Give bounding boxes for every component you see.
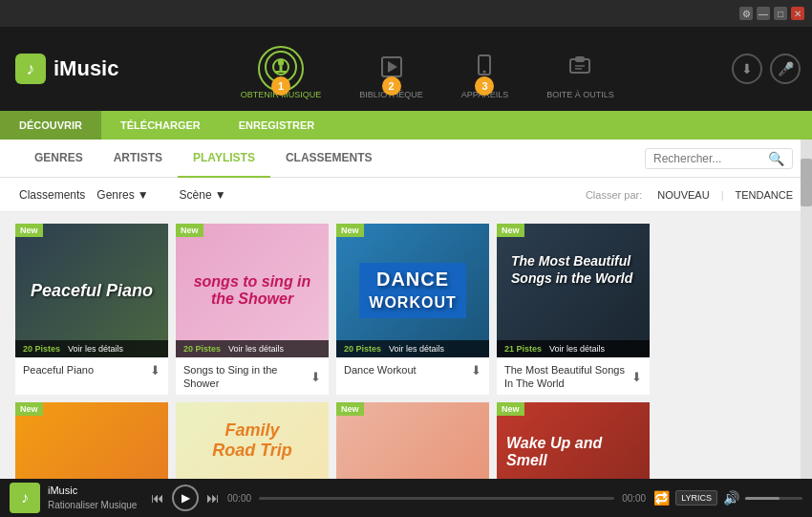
new-badge-dance: New [336,224,364,237]
player-symbol: ♪ [21,489,29,506]
download-icon-shower[interactable]: ⬇ [310,370,321,384]
sort-nouveau[interactable]: NOUVEAU [657,189,709,201]
view-details-dance[interactable]: Voir les détails [389,344,444,354]
volume-icon[interactable]: 🔊 [723,490,739,506]
tab-genres[interactable]: GENRES [19,140,98,178]
scrollbar[interactable] [801,140,812,479]
minimize-btn[interactable]: — [757,7,770,20]
tab-playlists[interactable]: PLAYLISTS [178,140,270,178]
download-btn[interactable]: ⬇ [732,54,762,84]
playlist-grid: New Peaceful Piano 20 Pistes Voir les dé… [0,212,812,479]
sub-nav-record[interactable]: ENREGISTRER [220,111,333,140]
playlist-title-dance: Dance Workout [344,363,471,377]
search-input[interactable] [653,152,768,165]
content-area: GENRES ARTISTS PLAYLISTS CLASSEMENTS 🔍 C… [0,140,812,479]
nav-tab-tools[interactable]: BOITE À OUTILS [546,46,614,99]
overlay-text-shower: songs to sing in the Shower [194,273,311,307]
maximize-btn[interactable]: □ [774,7,787,20]
player-right: 🔁 LYRICS 🔊 [653,490,802,506]
app-logo-icon: ♪ [15,54,46,84]
thumb-bg-road: New [15,402,168,479]
chevron-down-icon-2: ▼ [215,188,226,202]
nav-badge-1: 1 [271,76,290,96]
view-details-beautiful[interactable]: Voir les détails [549,344,605,354]
playlist-card-peaceful-piano: New Peaceful Piano 20 Pistes Voir les dé… [15,224,168,395]
prev-btn[interactable]: ⏮ [151,490,164,506]
search-area: 🔍 [645,148,793,169]
volume-bar[interactable] [745,497,802,500]
filter-classements[interactable]: Classements [19,188,85,202]
playlist-thumb-children[interactable]: New [336,402,489,479]
nav-tab-devices[interactable]: 3 APPAREILS [461,46,508,99]
playlist-title-peaceful: Peaceful Piano [23,363,150,377]
card-footer-beautiful: 21 Pistes Voir les détails [497,340,650,357]
nav-tab-devices-icon: 3 [463,46,505,88]
filter-genres[interactable]: Genres ▼ [96,188,148,202]
settings-btn[interactable]: ⚙ [739,7,753,20]
close-btn[interactable]: ✕ [791,7,804,20]
time-total: 00:00 [622,493,646,504]
playlist-card-dance: New DANCE WORKOUT 20 Pistes Voir les dét… [336,224,489,395]
progress-bar[interactable] [259,497,614,500]
time-current: 00:00 [227,493,251,504]
overlay-text-dance: DANCE [376,269,449,290]
title-bar-controls: ⚙ — □ ✕ [739,7,804,20]
playlist-thumb-dance[interactable]: New DANCE WORKOUT 20 Pistes Voir les dét… [336,224,489,357]
card-footer-peaceful: 20 Pistes Voir les détails [15,340,168,357]
new-badge-wake: New [497,402,524,416]
playlist-card-shower: New songs to sing in the Shower 20 Piste… [176,224,329,395]
playlist-thumb-road[interactable]: New [15,402,168,479]
download-icon-peaceful[interactable]: ⬇ [150,363,160,377]
repeat-btn[interactable]: 🔁 [653,490,670,506]
playlist-card-family: FamilyRoad Trip [176,402,329,479]
new-badge-children: New [336,402,364,416]
header-right: ⬇ 🎤 [720,54,812,84]
player-app-name: iMusic [48,484,143,498]
thumb-bg-family: FamilyRoad Trip [176,402,329,479]
next-btn[interactable]: ⏭ [206,490,220,506]
card-footer-dance: 20 Pistes Voir les détails [336,340,489,357]
nav-tab-obtain[interactable]: 1 OBTENIR MUSIQUE [241,46,322,99]
nav-tab-tools-icon [559,46,601,88]
player-info: iMusic Rationaliser Musique [48,484,143,511]
nav-tab-library[interactable]: 2 BIBLIOTHÈQUE [359,46,423,99]
sort-label: Classer par: [586,189,642,201]
play-btn[interactable]: ▶ [172,485,199,511]
playlist-thumb-peaceful-piano[interactable]: New Peaceful Piano 20 Pistes Voir les dé… [15,224,168,357]
overlay-text-wake: Wake Up and Smell [506,435,602,468]
playlist-thumb-beautiful[interactable]: New The Most Beautiful Songs in the Worl… [497,224,650,357]
sort-tendance[interactable]: TENDANCE [735,189,793,201]
playlist-thumb-family[interactable]: FamilyRoad Trip [176,402,329,479]
sub-nav-discover[interactable]: DÉCOUVRIR [0,111,101,140]
svg-rect-3 [280,66,283,71]
filters-row: Classements Genres ▼ Scène ▼ Classer par… [0,178,812,212]
nav-tab-library-icon: 2 [371,46,413,88]
logo-area: ♪ iMusic [0,54,134,84]
filter-scene[interactable]: Scène ▼ [180,188,226,202]
download-icon-dance[interactable]: ⬇ [471,363,481,377]
playlist-title-row-shower: Songs to Sing in the Shower ⬇ [176,357,329,395]
search-icon[interactable]: 🔍 [768,151,784,166]
playlist-thumb-shower[interactable]: New songs to sing in the Shower 20 Piste… [176,224,329,357]
tabs-row: GENRES ARTISTS PLAYLISTS CLASSEMENTS 🔍 [0,140,812,178]
playlist-card-children: New [336,402,489,479]
thumb-bg-shower: New songs to sing in the Shower [176,224,329,357]
playlist-card-wake: New Wake Up and Smell [497,402,650,479]
mic-btn[interactable]: 🎤 [770,54,801,84]
view-details-shower[interactable]: Voir les détails [228,344,284,354]
playlist-title-shower: Songs to Sing in the Shower [183,363,310,391]
sub-nav: DÉCOUVRIR TÉLÉCHARGER ENREGISTRER [0,111,812,140]
new-badge-shower: New [176,224,203,237]
lyrics-btn[interactable]: LYRICS [675,490,717,506]
chevron-down-icon: ▼ [138,188,149,202]
view-details-peaceful[interactable]: Voir les détails [68,344,123,354]
download-icon-beautiful[interactable]: ⬇ [631,370,642,384]
playlist-thumb-wake[interactable]: New Wake Up and Smell [497,402,650,479]
player-thumb: ♪ [10,483,40,513]
scroll-thumb[interactable] [801,159,812,206]
new-badge-peaceful: New [15,224,43,237]
volume-fill [745,497,780,500]
tab-classements[interactable]: CLASSEMENTS [270,140,388,178]
tab-artists[interactable]: ARTISTS [98,140,178,178]
sub-nav-download[interactable]: TÉLÉCHARGER [101,111,220,140]
